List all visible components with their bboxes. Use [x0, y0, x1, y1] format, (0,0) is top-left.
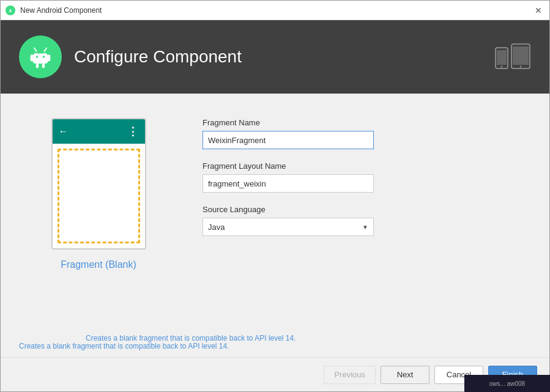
preview-label: Fragment (Blank): [61, 259, 136, 270]
svg-rect-4: [32, 54, 48, 64]
svg-line-9: [34, 48, 37, 51]
phone-toolbar: ← ⋮: [53, 119, 145, 144]
source-language-value: Java: [208, 223, 225, 232]
fragment-layout-input[interactable]: [203, 174, 374, 193]
svg-rect-14: [513, 46, 529, 65]
form-panel: Fragment Name Fragment Layout Name Sourc…: [203, 112, 531, 322]
next-button[interactable]: Next: [381, 366, 429, 384]
source-language-label: Source Language: [203, 205, 531, 214]
fragment-layout-group: Fragment Layout Name: [203, 161, 531, 193]
svg-text:A: A: [9, 9, 12, 13]
svg-rect-5: [31, 54, 34, 61]
previous-button[interactable]: Previous: [324, 366, 376, 384]
taskbar-text: ows... aw008: [489, 380, 525, 387]
svg-rect-7: [36, 64, 39, 68]
svg-rect-8: [42, 64, 45, 68]
preview-description: Creates a blank fragment that is compati…: [86, 334, 296, 340]
app-window: A New Android Component ✕: [0, 0, 550, 392]
close-button[interactable]: ✕: [532, 4, 544, 17]
source-language-group: Source Language Java ▼: [203, 205, 531, 236]
phone-preview: ← ⋮: [51, 118, 146, 250]
fragment-layout-label: Fragment Layout Name: [203, 161, 531, 171]
svg-line-10: [44, 48, 46, 51]
chevron-down-icon: ▼: [362, 224, 368, 231]
svg-rect-17: [497, 50, 507, 65]
source-language-select[interactable]: Java ▼: [203, 218, 374, 236]
fragment-name-input[interactable]: [203, 131, 374, 149]
menu-icon: ⋮: [127, 125, 139, 138]
svg-point-11: [36, 56, 39, 58]
title-bar: A New Android Component ✕: [1, 1, 549, 20]
svg-point-15: [520, 66, 522, 68]
fragment-name-label: Fragment Name: [203, 118, 531, 127]
svg-rect-6: [48, 54, 51, 61]
android-logo: [19, 35, 62, 78]
title-bar-icon: A: [6, 6, 15, 15]
svg-point-18: [501, 66, 503, 68]
dialog-header: Configure Component: [1, 20, 549, 94]
main-content: ← ⋮ Fragment (Blank) Creates a blank fra…: [1, 94, 549, 340]
back-icon: ←: [59, 126, 69, 137]
preview-description-area: Creates a blank fragment that is compati…: [86, 332, 296, 340]
svg-point-12: [43, 56, 45, 58]
device-icons: [494, 42, 531, 72]
preview-panel: ← ⋮ Fragment (Blank): [19, 112, 178, 322]
dialog-title: Configure Component: [74, 47, 494, 67]
window-title: New Android Component: [20, 6, 532, 15]
fragment-name-group: Fragment Name: [203, 118, 531, 149]
description-row: Creates a blank fragment that is compati…: [1, 340, 549, 357]
phone-body: [58, 149, 140, 243]
taskbar-overlay: ows... aw008: [464, 375, 550, 392]
description-text: Creates a blank fragment that is compati…: [19, 342, 229, 350]
